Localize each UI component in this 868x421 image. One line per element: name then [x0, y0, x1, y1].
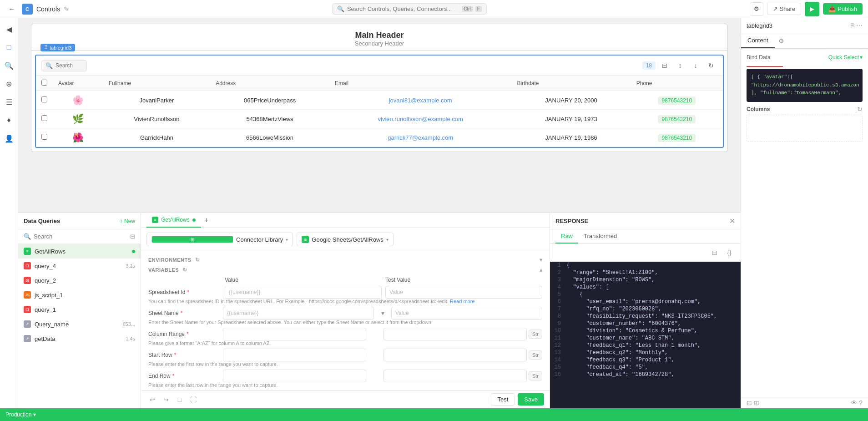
method-select[interactable]: ≡ Google Sheets/GetAllRows ▾ [297, 233, 394, 246]
start-row-test-input[interactable]: 2 [384, 349, 527, 361]
environments-refresh-icon[interactable]: ↻ [195, 257, 200, 263]
line-number: 15 [550, 364, 566, 370]
sidebar-icon-components[interactable]: □ [2, 40, 16, 55]
data-table: Avatar Fullname Address Email Birthdate … [36, 76, 723, 147]
dq-list-item[interactable]: ↗ Query_name 653... [18, 317, 141, 331]
environments-collapse-icon[interactable]: ▾ [540, 257, 543, 263]
row-checkbox[interactable] [41, 115, 47, 121]
start-row-value-input[interactable]: 2 [223, 349, 366, 361]
sheet-name-dropdown-icon[interactable]: ▾ [376, 309, 389, 317]
row-email-link[interactable]: vivien.runolfsson@example.com [378, 116, 463, 122]
undo-button[interactable]: ↩ [146, 394, 158, 406]
rp-help-button[interactable]: ? [859, 399, 863, 406]
query-tab-getallrows[interactable]: ≡ GetAllRows [146, 213, 201, 228]
bottom-section: Data Queries + New 🔍 ⊟ ≡ GetAllRows ⊡ qu… [18, 213, 741, 408]
row-address: 6566LoweMission [210, 128, 329, 147]
table-refresh-button[interactable]: ↻ [705, 59, 717, 72]
query-tabs: ≡ GetAllRows + [141, 213, 550, 228]
dq-list-item[interactable]: ⊠ query_2 [18, 273, 141, 288]
column-range-field: Column Range * A:AZ A:AZ Str Please give… [148, 328, 542, 346]
dq-list-item[interactable]: JS js_script_1 [18, 288, 141, 302]
settings-button[interactable]: ⚙ [750, 2, 763, 16]
table-download-button[interactable]: ↓ [689, 59, 702, 72]
dq-filter-icon[interactable]: ⊟ [130, 233, 135, 240]
spreadsheet-id-test-input[interactable] [385, 286, 542, 299]
rp-eye-button[interactable]: 👁 [851, 399, 857, 406]
row-checkbox[interactable] [41, 134, 47, 140]
sidebar-icon-layers[interactable]: ☰ [2, 95, 16, 109]
quick-select-button[interactable]: Quick Select ▾ [828, 54, 863, 61]
sidebar-icon-back[interactable]: ◀ [2, 22, 16, 36]
select-all-checkbox[interactable] [41, 80, 47, 86]
rp-copy-button[interactable]: ⎘ [851, 22, 854, 29]
response-close-button[interactable]: ✕ [729, 217, 735, 225]
rp-expand-button[interactable]: ⊞ [754, 399, 759, 406]
play-button[interactable]: ▶ [805, 2, 819, 16]
response-tab-raw[interactable]: Raw [555, 229, 578, 243]
row-email-link[interactable]: garrick77@example.com [388, 134, 453, 141]
columns-refresh-button[interactable]: ↻ [857, 106, 863, 113]
spreadsheet-id-value-input[interactable] [225, 286, 382, 299]
line-content: "created_at": "1689342728", [566, 371, 675, 378]
back-icon: ← [8, 5, 15, 13]
redo-button[interactable]: ↪ [160, 394, 172, 406]
tab-dot [192, 218, 196, 222]
dq-list-item[interactable]: ↗ getData 1.4s [18, 331, 141, 346]
response-tab-transformed[interactable]: Transformed [578, 229, 622, 243]
dq-list-item[interactable]: ≡ GetAllRows [18, 244, 141, 259]
dq-search-icon: 🔍 [24, 233, 31, 240]
rp-minimize-button[interactable]: ⊟ [747, 399, 752, 406]
test-save-buttons: Test Save [491, 393, 544, 406]
row-birthdate: JANUARY 20, 2000 [511, 91, 631, 110]
rp-tab-content[interactable]: Content [741, 33, 775, 48]
line-number: 8 [550, 313, 566, 320]
code-view-button[interactable]: □ [174, 394, 186, 406]
response-table-view-button[interactable]: ⊟ [709, 247, 721, 259]
share-button[interactable]: ↗ Share [767, 3, 802, 15]
sheet-name-value-input[interactable] [223, 307, 374, 320]
line-content: "range": "Sheet1!A1:Z100", [566, 269, 658, 276]
variables-refresh-icon[interactable]: ↻ [182, 267, 187, 273]
test-button[interactable]: Test [491, 393, 515, 406]
fullscreen-button[interactable]: ⛶ [187, 394, 199, 406]
row-fullname: GarrickHahn [103, 128, 210, 147]
sidebar-icon-search[interactable]: 🔍 [2, 58, 16, 73]
sheet-name-hint: Enter the Sheet Name for your Spreadshee… [148, 320, 542, 325]
column-range-value-input[interactable]: A:AZ [223, 328, 366, 340]
table-wrapper: 🔍 18 ⊟ ↕ ↓ ↻ [35, 55, 724, 148]
connector-library-select[interactable]: ⊞ Connector Library ▾ [146, 233, 293, 246]
environment-pill[interactable]: Production ▾ [5, 411, 36, 418]
end-row-value-input[interactable]: 10 [223, 370, 366, 382]
rp-more-button[interactable]: ⋯ [856, 22, 863, 29]
variables-collapse-icon[interactable]: ▴ [540, 267, 543, 273]
save-button[interactable]: Save [518, 393, 544, 406]
row-email-link[interactable]: jovani81@example.com [389, 97, 452, 104]
sidebar-icon-add[interactable]: ⊕ [2, 76, 16, 91]
row-checkbox-cell [36, 91, 53, 110]
column-range-test-input[interactable]: A:AZ [384, 328, 527, 340]
read-more-link[interactable]: Read more [450, 299, 474, 304]
add-query-tab-button[interactable]: + [201, 215, 212, 226]
table-sort-button[interactable]: ↕ [674, 59, 686, 72]
table-header-checkbox [36, 76, 53, 91]
sheet-name-test-input[interactable] [391, 307, 542, 320]
status-bar: Production ▾ [0, 408, 868, 421]
dq-search-input[interactable] [34, 233, 127, 240]
dq-list-item[interactable]: ⊡ query_4 3.1s [18, 259, 141, 273]
row-birthdate: JANUARY 19, 1973 [511, 110, 631, 128]
table-filter-button[interactable]: ⊟ [658, 59, 671, 72]
back-button[interactable]: ← [5, 3, 18, 15]
table-search-input[interactable] [56, 62, 83, 69]
dq-item-name: getData [35, 335, 56, 342]
dq-list-item[interactable]: ⊡ query_1 [18, 302, 141, 317]
dq-add-button[interactable]: + New [120, 218, 135, 224]
end-row-test-input[interactable]: 10 [384, 370, 527, 382]
response-json-view-button[interactable]: {} [723, 247, 735, 259]
rp-settings-icon[interactable]: ⚙ [775, 33, 788, 48]
publish-button[interactable]: 📤 Publish [823, 3, 863, 15]
edit-icon[interactable]: ✎ [64, 5, 69, 13]
sidebar-icon-plugins[interactable]: ♦ [2, 113, 16, 127]
global-search-input[interactable] [347, 5, 459, 12]
row-checkbox[interactable] [41, 96, 47, 102]
sidebar-icon-users[interactable]: 👤 [2, 131, 16, 146]
